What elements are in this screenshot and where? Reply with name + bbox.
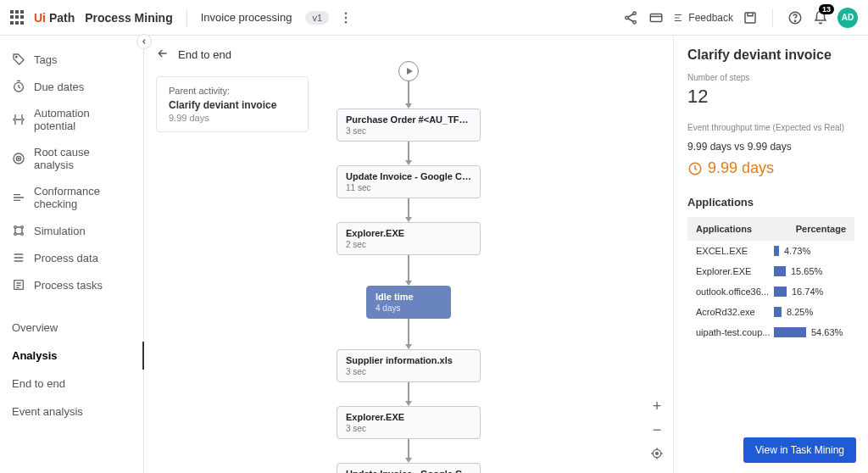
zoom-controls: + − xyxy=(649,398,665,461)
parent-activity-card[interactable]: Parent activity: Clarify deviant invoice… xyxy=(156,76,309,132)
sidebar-item-automation[interactable]: Automation potential xyxy=(0,100,143,139)
save-icon[interactable] xyxy=(742,9,759,26)
sidebar-label: Due dates xyxy=(34,81,84,93)
divider xyxy=(772,8,773,27)
pct-bar xyxy=(774,307,782,317)
svg-point-15 xyxy=(14,226,17,229)
sidebar-link-event-analysis[interactable]: Event analysis xyxy=(0,398,143,426)
clock-icon xyxy=(687,161,703,176)
parent-dur: 9.99 days xyxy=(169,113,296,123)
col-apps: Applications xyxy=(696,224,796,234)
table-row[interactable]: uipath-test.coup...54.63% xyxy=(687,322,854,342)
notifications-icon[interactable]: 13 xyxy=(812,9,829,26)
table-row[interactable]: Explorer.EXE15.65% xyxy=(687,261,854,281)
sidebar-item-process-tasks[interactable]: Process tasks xyxy=(0,271,143,298)
more-icon[interactable] xyxy=(337,9,354,26)
node-title: Supplier information.xls xyxy=(346,355,471,365)
brand-ui: Ui xyxy=(34,11,46,25)
svg-point-18 xyxy=(21,233,24,236)
notif-badge: 13 xyxy=(819,4,834,14)
sidebar-item-simulation[interactable]: Simulation xyxy=(0,217,143,244)
sidebar-item-due-dates[interactable]: Due dates xyxy=(0,73,143,100)
sidebar-label: Process tasks xyxy=(34,279,103,292)
app-name: uipath-test.coup... xyxy=(696,327,774,337)
process-name[interactable]: Invoice processing xyxy=(201,11,292,24)
back-icon[interactable] xyxy=(156,47,170,63)
node-duration: 11 sec xyxy=(346,183,471,192)
sidebar-label: Process data xyxy=(34,252,98,264)
table-row[interactable]: EXCEL.EXE4.73% xyxy=(687,241,854,261)
activity-node[interactable]: Explorer.EXE2 sec xyxy=(337,222,481,255)
activity-node[interactable]: Supplier information.xls3 sec xyxy=(337,349,481,382)
sidebar-item-tags[interactable]: Tags xyxy=(0,46,143,73)
sidebar-label: Root cause analysis xyxy=(34,146,131,171)
share-icon[interactable] xyxy=(622,9,639,26)
table-row[interactable]: outlook.office36...16.74% xyxy=(687,281,854,302)
brand-product: Process Mining xyxy=(85,11,172,25)
sidebar-item-process-data[interactable]: Process data xyxy=(0,244,143,271)
svg-point-14 xyxy=(18,158,19,159)
svg-rect-7 xyxy=(745,13,755,23)
feedback-button[interactable]: Feedback xyxy=(673,12,733,24)
steps-label: Number of steps xyxy=(687,73,854,82)
app-name: EXCEL.EXE xyxy=(696,246,774,256)
collapse-sidebar-icon[interactable] xyxy=(136,34,152,49)
svg-point-4 xyxy=(626,16,628,19)
sidebar-link-end-to-end[interactable]: End to end xyxy=(0,370,143,398)
node-duration: 3 sec xyxy=(346,367,471,376)
sidebar-link-overview[interactable]: Overview xyxy=(0,314,143,342)
pct-value: 54.63% xyxy=(811,327,843,337)
panel-title: Clarify deviant invoice xyxy=(687,47,854,63)
brand-path: Path xyxy=(49,11,75,25)
app-name: AcroRd32.exe xyxy=(696,307,774,317)
sidebar-item-conformance[interactable]: Conformance checking xyxy=(0,178,143,217)
svg-point-9 xyxy=(794,20,795,21)
activity-node[interactable]: Update Invoice - Google Chrome xyxy=(337,463,481,473)
version-chip[interactable]: v1 xyxy=(305,11,329,25)
main: Tags Due dates Automation potential Root… xyxy=(0,36,868,473)
pct-value: 15.65% xyxy=(791,266,822,276)
divider xyxy=(186,8,187,27)
canvas[interactable]: End to end Parent activity: Clarify devi… xyxy=(144,36,673,473)
help-icon[interactable] xyxy=(787,9,804,26)
activity-node[interactable]: Purchase Order #<AU_TFN> - ...3 sec xyxy=(337,109,481,142)
table-header: Applications Percentage xyxy=(687,217,854,241)
card-icon[interactable] xyxy=(648,9,665,26)
svg-point-10 xyxy=(16,57,18,58)
throughput-label: Event throughput time (Expected vs Real) xyxy=(687,123,854,132)
sidebar-item-root-cause[interactable]: Root cause analysis xyxy=(0,139,143,178)
idle-node[interactable]: Idle time4 days xyxy=(366,286,451,319)
process-flow: Purchase Order #<AU_TFN> - ...3 secUpdat… xyxy=(298,61,519,473)
app-launcher-icon[interactable] xyxy=(10,10,25,25)
avatar[interactable]: AD xyxy=(837,8,858,28)
view-task-mining-button[interactable]: View in Task Mining xyxy=(743,437,856,463)
node-title: Explorer.EXE xyxy=(346,412,471,422)
activity-node[interactable]: Explorer.EXE3 sec xyxy=(337,406,481,439)
throughput-highlight: 9.99 days xyxy=(687,159,854,177)
pct-value: 16.74% xyxy=(792,287,823,297)
node-title: Update Invoice - Google Chrome xyxy=(346,469,471,473)
svg-point-0 xyxy=(345,12,347,14)
sidebar: Tags Due dates Automation potential Root… xyxy=(0,36,144,473)
sidebar-link-analysis[interactable]: Analysis xyxy=(0,342,144,370)
parent-label: Parent activity: xyxy=(169,86,296,96)
feedback-label: Feedback xyxy=(688,12,733,24)
pct-bar xyxy=(774,246,779,256)
table-row[interactable]: AcroRd32.exe8.25% xyxy=(687,302,854,322)
throughput-vs: 9.99 days vs 9.99 days xyxy=(687,141,854,153)
locate-icon[interactable] xyxy=(649,446,665,461)
pct-value: 4.73% xyxy=(784,246,810,256)
sidebar-label: Automation potential xyxy=(34,107,131,132)
start-node-icon[interactable] xyxy=(398,61,419,81)
zoom-in-icon[interactable]: + xyxy=(649,398,665,414)
zoom-out-icon[interactable]: − xyxy=(649,422,665,437)
canvas-title: End to end xyxy=(178,48,231,61)
node-title: Purchase Order #<AU_TFN> - ... xyxy=(346,114,471,125)
svg-rect-6 xyxy=(651,14,663,21)
svg-point-21 xyxy=(656,453,659,455)
steps-value: 12 xyxy=(687,86,854,108)
activity-node[interactable]: Update Invoice - Google Chrome11 sec xyxy=(337,165,481,198)
pct-bar xyxy=(774,266,786,276)
svg-point-2 xyxy=(345,21,347,23)
svg-point-3 xyxy=(633,12,636,14)
